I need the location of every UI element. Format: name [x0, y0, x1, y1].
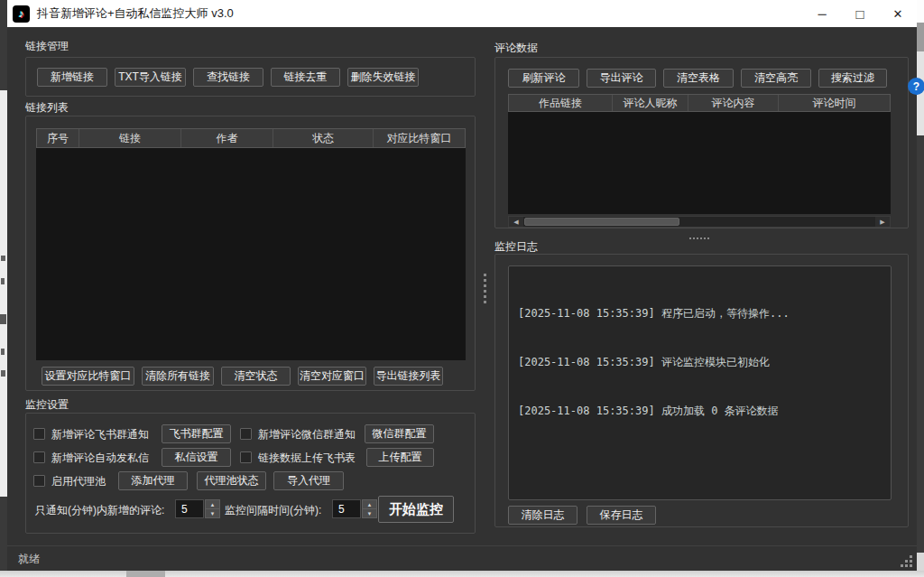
horizontal-splitter-handle[interactable] — [689, 237, 691, 239]
column-header-status[interactable]: 状态 — [273, 129, 374, 147]
status-text: 就绪 — [18, 552, 40, 567]
comment-table-hscrollbar[interactable]: ◀ ▶ — [508, 216, 891, 228]
start-monitor-button[interactable]: 开始监控 — [378, 496, 454, 523]
interval-minutes-stepper: 5 ▲ ▼ — [332, 499, 377, 518]
spin-up-icon[interactable]: ▲ — [205, 499, 220, 508]
background-left-strip — [0, 0, 7, 571]
link-management-groupbox: 新增链接 TXT导入链接 查找链接 链接去重 删除失效链接 — [25, 57, 476, 97]
section-title-monitor-settings: 监控设置 — [25, 397, 69, 413]
log-line: [2025-11-08 15:35:39] 程序已启动，等待操作... — [518, 305, 882, 321]
link-table-header: 序号 链接 作者 状态 对应比特窗口 — [36, 128, 466, 148]
clear-status-button[interactable]: 清空状态 — [221, 367, 291, 386]
maximize-button[interactable]: □ — [841, 0, 879, 27]
refresh-comments-button[interactable]: 刷新评论 — [508, 69, 579, 88]
upload-config-button[interactable]: 上传配置 — [366, 448, 434, 467]
column-header-work-link[interactable]: 作品链接 — [509, 95, 613, 111]
spin-up-icon[interactable]: ▲ — [362, 499, 377, 508]
comment-table-header: 作品链接 评论人昵称 评论内容 评论时间 — [508, 94, 891, 112]
monitor-log-groupbox: [2025-11-08 15:35:39] 程序已启动，等待操作... [202… — [494, 254, 909, 527]
titlebar[interactable]: ♪ 抖音新增评论+自动私信监控大师 v3.0 ─ □ ✕ — [7, 0, 917, 27]
upload-feishu-checkbox[interactable] — [240, 451, 252, 463]
window-title: 抖音新增评论+自动私信监控大师 v3.0 — [37, 5, 803, 22]
comment-data-groupbox: 刷新评论 导出评论 清空表格 清空高亮 搜索过滤 作品链接 评论人昵称 评论内容… — [494, 57, 909, 228]
set-bit-window-button[interactable]: 设置对应比特窗口 — [42, 367, 134, 386]
close-button[interactable]: ✕ — [879, 0, 917, 27]
txt-import-links-button[interactable]: TXT导入链接 — [115, 68, 186, 87]
clear-all-links-button[interactable]: 清除所有链接 — [142, 367, 214, 386]
wechat-notify-checkbox[interactable] — [240, 428, 252, 440]
section-title-comment-data: 评论数据 — [494, 41, 538, 56]
proxy-pool-label: 启用代理池 — [51, 474, 106, 489]
proxy-pool-checkbox[interactable] — [33, 475, 45, 487]
interval-minutes-label: 监控间隔时间(分钟): — [225, 503, 321, 518]
add-link-button[interactable]: 新增链接 — [37, 68, 107, 87]
help-icon[interactable]: ? — [908, 78, 924, 95]
minimize-button[interactable]: ─ — [803, 0, 841, 27]
find-link-button[interactable]: 查找链接 — [193, 68, 263, 87]
remove-invalid-links-button[interactable]: 删除失效链接 — [347, 68, 419, 87]
import-proxy-button[interactable]: 导入代理 — [273, 471, 344, 490]
log-textarea[interactable]: [2025-11-08 15:35:39] 程序已启动，等待操作... [202… — [508, 265, 892, 500]
feishu-notify-label: 新增评论飞书群通知 — [51, 427, 149, 442]
auto-dm-label: 新增评论自动发私信 — [51, 451, 149, 466]
background-bottom-strip — [0, 571, 924, 577]
auto-dm-checkbox[interactable] — [33, 451, 45, 463]
vertical-splitter-handle[interactable] — [484, 274, 486, 276]
log-line: [2025-11-08 15:35:39] 成功加载 0 条评论数据 — [518, 403, 882, 419]
clear-log-button[interactable]: 清除日志 — [508, 506, 578, 525]
scrollbar-thumb[interactable] — [524, 218, 679, 226]
app-icon: ♪ — [13, 5, 30, 23]
window-body: 链接管理 新增链接 TXT导入链接 查找链接 链接去重 删除失效链接 链接列表 … — [7, 27, 917, 545]
notify-minutes-input[interactable]: 5 — [175, 499, 204, 518]
clear-highlight-button[interactable]: 清空高亮 — [741, 69, 811, 88]
wechat-config-button[interactable]: 微信群配置 — [365, 424, 434, 443]
link-table-body[interactable] — [36, 148, 466, 360]
scroll-left-icon[interactable]: ◀ — [509, 217, 523, 227]
comment-table-body[interactable] — [508, 112, 891, 214]
column-header-index[interactable]: 序号 — [37, 129, 79, 147]
upload-feishu-label: 链接数据上传飞书表 — [258, 451, 356, 466]
column-header-author[interactable]: 作者 — [181, 129, 273, 147]
spin-down-icon[interactable]: ▼ — [362, 508, 377, 518]
notify-minutes-label: 只通知(分钟)内新增的评论: — [35, 503, 164, 518]
column-header-comment-time[interactable]: 评论时间 — [779, 95, 890, 111]
interval-minutes-input[interactable]: 5 — [332, 499, 361, 518]
export-links-button[interactable]: 导出链接列表 — [374, 367, 443, 386]
column-header-content[interactable]: 评论内容 — [688, 95, 779, 111]
spin-down-icon[interactable]: ▼ — [205, 508, 220, 518]
proxy-status-button[interactable]: 代理池状态 — [197, 471, 266, 490]
section-title-monitor-log: 监控日志 — [494, 239, 538, 255]
add-proxy-button[interactable]: 添加代理 — [118, 471, 188, 490]
feishu-config-button[interactable]: 飞书群配置 — [162, 424, 231, 443]
dedupe-links-button[interactable]: 链接去重 — [271, 68, 340, 87]
app-window: ♪ 抖音新增评论+自动私信监控大师 v3.0 ─ □ ✕ 链接管理 新增链接 T… — [7, 0, 917, 571]
clear-table-button[interactable]: 清空表格 — [663, 69, 734, 88]
clear-window-button[interactable]: 清空对应窗口 — [298, 367, 366, 386]
log-line: [2025-11-08 15:35:39] 评论监控模块已初始化 — [518, 354, 882, 370]
wechat-notify-label: 新增评论微信群通知 — [258, 427, 356, 442]
notify-minutes-stepper: 5 ▲ ▼ — [175, 499, 220, 518]
resize-grip[interactable] — [899, 554, 912, 567]
export-comments-button[interactable]: 导出评论 — [587, 69, 656, 88]
column-header-nickname[interactable]: 评论人昵称 — [613, 95, 688, 111]
scroll-right-icon[interactable]: ▶ — [875, 217, 890, 227]
monitor-settings-groupbox: 新增评论飞书群通知 飞书群配置 新增评论微信群通知 微信群配置 新增评论自动发私… — [25, 413, 476, 534]
status-bar: 就绪 — [7, 545, 917, 571]
feishu-notify-checkbox[interactable] — [33, 428, 45, 440]
dm-settings-button[interactable]: 私信设置 — [162, 448, 231, 467]
search-filter-button[interactable]: 搜索过滤 — [818, 69, 887, 88]
column-header-bit-window[interactable]: 对应比特窗口 — [374, 129, 465, 147]
column-header-link[interactable]: 链接 — [79, 129, 181, 147]
section-title-link-list: 链接列表 — [25, 100, 69, 116]
save-log-button[interactable]: 保存日志 — [587, 506, 656, 525]
section-title-link-management: 链接管理 — [25, 39, 69, 54]
link-list-groupbox: 序号 链接 作者 状态 对应比特窗口 设置对应比特窗口 清除所有链接 清空状态 … — [25, 116, 476, 391]
